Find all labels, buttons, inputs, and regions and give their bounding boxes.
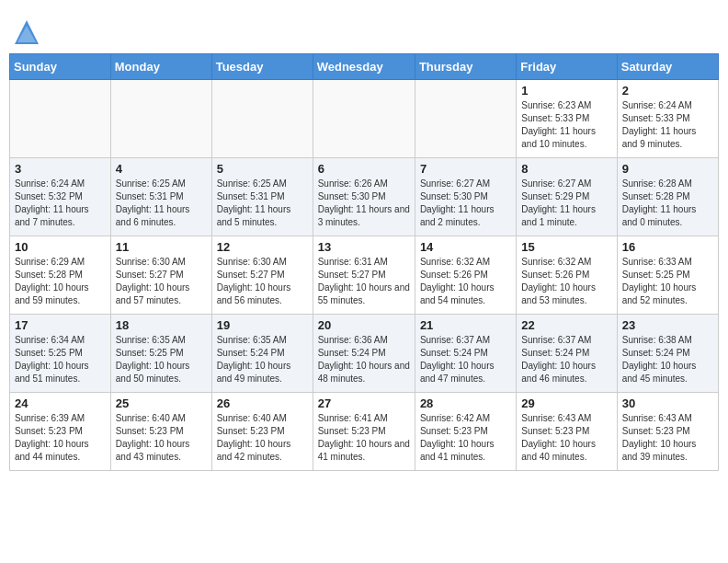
calendar-cell: 2Sunrise: 6:24 AM Sunset: 5:33 PM Daylig… [617, 80, 718, 158]
calendar-cell: 15Sunrise: 6:32 AM Sunset: 5:26 PM Dayli… [517, 236, 617, 315]
day-info: Sunrise: 6:24 AM Sunset: 5:32 PM Dayligh… [15, 178, 106, 229]
day-info: Sunrise: 6:30 AM Sunset: 5:27 PM Dayligh… [217, 256, 308, 307]
day-info: Sunrise: 6:35 AM Sunset: 5:24 PM Dayligh… [217, 334, 308, 385]
calendar-cell: 13Sunrise: 6:31 AM Sunset: 5:27 PM Dayli… [313, 236, 415, 315]
calendar-week-3: 10Sunrise: 6:29 AM Sunset: 5:28 PM Dayli… [10, 236, 719, 315]
day-number: 26 [217, 396, 308, 410]
day-info: Sunrise: 6:43 AM Sunset: 5:23 PM Dayligh… [622, 412, 713, 464]
day-number: 9 [622, 162, 713, 176]
day-info: Sunrise: 6:24 AM Sunset: 5:33 PM Dayligh… [622, 99, 713, 151]
day-info: Sunrise: 6:32 AM Sunset: 5:26 PM Dayligh… [521, 256, 611, 307]
day-info: Sunrise: 6:35 AM Sunset: 5:25 PM Dayligh… [116, 334, 207, 385]
day-info: Sunrise: 6:37 AM Sunset: 5:24 PM Dayligh… [420, 334, 511, 385]
calendar-header-friday: Friday [517, 54, 617, 80]
day-number: 11 [116, 240, 207, 254]
day-info: Sunrise: 6:32 AM Sunset: 5:26 PM Dayligh… [420, 256, 511, 307]
calendar-week-4: 17Sunrise: 6:34 AM Sunset: 5:25 PM Dayli… [10, 315, 719, 393]
day-number: 14 [420, 240, 511, 254]
day-info: Sunrise: 6:40 AM Sunset: 5:23 PM Dayligh… [217, 412, 308, 464]
calendar-cell [211, 80, 313, 158]
day-info: Sunrise: 6:38 AM Sunset: 5:24 PM Dayligh… [622, 334, 713, 385]
day-number: 17 [15, 318, 106, 332]
day-info: Sunrise: 6:27 AM Sunset: 5:29 PM Dayligh… [521, 178, 611, 229]
day-number: 1 [521, 84, 611, 98]
day-info: Sunrise: 6:33 AM Sunset: 5:25 PM Dayligh… [622, 256, 713, 307]
day-info: Sunrise: 6:40 AM Sunset: 5:23 PM Dayligh… [116, 412, 207, 464]
calendar-cell: 8Sunrise: 6:27 AM Sunset: 5:29 PM Daylig… [517, 158, 617, 236]
day-number: 10 [15, 240, 106, 254]
day-info: Sunrise: 6:26 AM Sunset: 5:30 PM Dayligh… [318, 178, 410, 229]
calendar-cell: 18Sunrise: 6:35 AM Sunset: 5:25 PM Dayli… [110, 315, 211, 393]
day-number: 15 [521, 240, 611, 254]
calendar-cell: 9Sunrise: 6:28 AM Sunset: 5:28 PM Daylig… [617, 158, 718, 236]
calendar-cell: 21Sunrise: 6:37 AM Sunset: 5:24 PM Dayli… [415, 315, 516, 393]
day-number: 20 [318, 318, 410, 332]
day-info: Sunrise: 6:41 AM Sunset: 5:23 PM Dayligh… [318, 412, 410, 464]
calendar-cell: 16Sunrise: 6:33 AM Sunset: 5:25 PM Dayli… [617, 236, 718, 315]
day-number: 6 [318, 162, 410, 176]
day-number: 19 [217, 318, 308, 332]
day-info: Sunrise: 6:37 AM Sunset: 5:24 PM Dayligh… [521, 334, 611, 385]
day-info: Sunrise: 6:43 AM Sunset: 5:23 PM Dayligh… [521, 412, 611, 464]
day-number: 30 [622, 396, 713, 410]
calendar-cell: 12Sunrise: 6:30 AM Sunset: 5:27 PM Dayli… [211, 236, 313, 315]
calendar-cell [110, 80, 211, 158]
day-number: 27 [318, 396, 410, 410]
calendar-cell [10, 80, 111, 158]
day-number: 4 [116, 162, 207, 176]
calendar-cell: 24Sunrise: 6:39 AM Sunset: 5:23 PM Dayli… [10, 393, 111, 471]
day-number: 7 [420, 162, 511, 176]
day-info: Sunrise: 6:36 AM Sunset: 5:24 PM Dayligh… [318, 334, 410, 385]
calendar-week-1: 1Sunrise: 6:23 AM Sunset: 5:33 PM Daylig… [10, 80, 719, 158]
day-info: Sunrise: 6:25 AM Sunset: 5:31 PM Dayligh… [116, 178, 207, 229]
calendar-cell: 22Sunrise: 6:37 AM Sunset: 5:24 PM Dayli… [517, 315, 617, 393]
logo [13, 18, 44, 46]
calendar-cell: 4Sunrise: 6:25 AM Sunset: 5:31 PM Daylig… [110, 158, 211, 236]
day-number: 2 [622, 84, 713, 98]
calendar-cell: 17Sunrise: 6:34 AM Sunset: 5:25 PM Dayli… [10, 315, 111, 393]
calendar-cell: 5Sunrise: 6:25 AM Sunset: 5:31 PM Daylig… [211, 158, 313, 236]
calendar-cell: 23Sunrise: 6:38 AM Sunset: 5:24 PM Dayli… [617, 315, 718, 393]
calendar-cell: 28Sunrise: 6:42 AM Sunset: 5:23 PM Dayli… [415, 393, 516, 471]
day-info: Sunrise: 6:39 AM Sunset: 5:23 PM Dayligh… [15, 412, 106, 464]
calendar-header-saturday: Saturday [617, 54, 718, 80]
calendar-cell: 1Sunrise: 6:23 AM Sunset: 5:33 PM Daylig… [517, 80, 617, 158]
day-number: 12 [217, 240, 308, 254]
day-number: 5 [217, 162, 308, 176]
calendar-cell: 6Sunrise: 6:26 AM Sunset: 5:30 PM Daylig… [313, 158, 415, 236]
calendar-cell: 3Sunrise: 6:24 AM Sunset: 5:32 PM Daylig… [10, 158, 111, 236]
calendar-cell [415, 80, 516, 158]
calendar-header-thursday: Thursday [415, 54, 516, 80]
calendar-cell: 19Sunrise: 6:35 AM Sunset: 5:24 PM Dayli… [211, 315, 313, 393]
day-number: 8 [521, 162, 611, 176]
calendar-cell: 14Sunrise: 6:32 AM Sunset: 5:26 PM Dayli… [415, 236, 516, 315]
day-info: Sunrise: 6:27 AM Sunset: 5:30 PM Dayligh… [420, 178, 511, 229]
day-info: Sunrise: 6:31 AM Sunset: 5:27 PM Dayligh… [318, 256, 410, 307]
calendar-header-wednesday: Wednesday [313, 54, 415, 80]
calendar-cell: 27Sunrise: 6:41 AM Sunset: 5:23 PM Dayli… [313, 393, 415, 471]
calendar-week-5: 24Sunrise: 6:39 AM Sunset: 5:23 PM Dayli… [10, 393, 719, 471]
day-number: 28 [420, 396, 511, 410]
calendar-cell: 10Sunrise: 6:29 AM Sunset: 5:28 PM Dayli… [10, 236, 111, 315]
calendar: SundayMondayTuesdayWednesdayThursdayFrid… [9, 53, 719, 471]
day-info: Sunrise: 6:25 AM Sunset: 5:31 PM Dayligh… [217, 178, 308, 229]
calendar-cell: 7Sunrise: 6:27 AM Sunset: 5:30 PM Daylig… [415, 158, 516, 236]
day-info: Sunrise: 6:30 AM Sunset: 5:27 PM Dayligh… [116, 256, 207, 307]
day-info: Sunrise: 6:42 AM Sunset: 5:23 PM Dayligh… [420, 412, 511, 464]
day-info: Sunrise: 6:28 AM Sunset: 5:28 PM Dayligh… [622, 178, 713, 229]
calendar-week-2: 3Sunrise: 6:24 AM Sunset: 5:32 PM Daylig… [10, 158, 719, 236]
calendar-cell: 20Sunrise: 6:36 AM Sunset: 5:24 PM Dayli… [313, 315, 415, 393]
day-number: 25 [116, 396, 207, 410]
header [9, 9, 719, 46]
day-number: 22 [521, 318, 611, 332]
day-info: Sunrise: 6:23 AM Sunset: 5:33 PM Dayligh… [521, 99, 611, 151]
day-number: 24 [15, 396, 106, 410]
calendar-cell: 25Sunrise: 6:40 AM Sunset: 5:23 PM Dayli… [110, 393, 211, 471]
calendar-header-tuesday: Tuesday [211, 54, 313, 80]
calendar-header-row: SundayMondayTuesdayWednesdayThursdayFrid… [10, 54, 719, 80]
day-number: 3 [15, 162, 106, 176]
day-info: Sunrise: 6:29 AM Sunset: 5:28 PM Dayligh… [15, 256, 106, 307]
day-number: 13 [318, 240, 410, 254]
day-number: 18 [116, 318, 207, 332]
day-info: Sunrise: 6:34 AM Sunset: 5:25 PM Dayligh… [15, 334, 106, 385]
